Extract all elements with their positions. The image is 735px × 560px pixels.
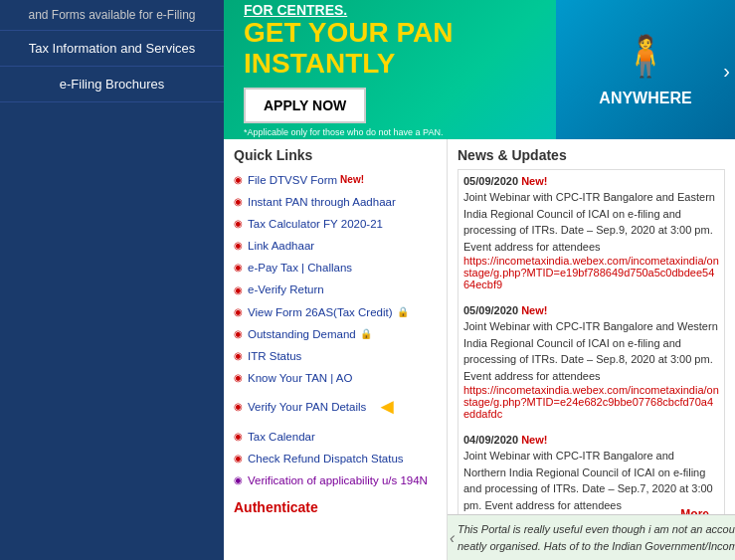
testimonial-prev-arrow[interactable]: ‹	[450, 526, 455, 550]
ql-label: Verify Your PAN Details	[248, 399, 366, 415]
ql-item-instant-pan[interactable]: ◉ Instant PAN through Aadhaar	[234, 191, 437, 213]
sidebar-item-forms[interactable]: and Forms available for e-Filing	[0, 0, 224, 31]
ql-label: Link Aadhaar	[248, 238, 314, 254]
lock-icon: 🔒	[397, 305, 409, 319]
ql-item-itr-status[interactable]: ◉ ITR Status	[234, 345, 437, 367]
banner-next-arrow[interactable]: ›	[723, 60, 730, 83]
news-new-1: New!	[521, 175, 547, 187]
news-body-2: Joint Webinar with CPC-ITR Bangalore and…	[463, 318, 719, 384]
quick-links-panel: Quick Links ◉ File DTVSV Form New! ◉ Ins…	[224, 139, 448, 560]
ql-bullet: ◉	[234, 283, 243, 297]
news-item-2: 05/09/2020 New! Joint Webinar with CPC-I…	[463, 304, 719, 420]
news-link-2[interactable]: https://incometaxindia.webex.com/incomet…	[463, 384, 719, 420]
news-scroll-area[interactable]: 05/09/2020 New! Joint Webinar with CPC-I…	[458, 169, 725, 527]
ql-label: File DTVSV Form	[248, 172, 337, 188]
ql-item-epay[interactable]: ◉ e-Pay Tax | Challans	[234, 257, 437, 279]
ql-label: e-Verify Return	[248, 281, 324, 297]
ql-bullet: ◉	[234, 173, 243, 187]
ql-label: Tax Calendar	[248, 429, 315, 445]
ql-bullet: ◉	[234, 305, 243, 319]
testimonial-bar: ‹ This Portal is really useful even thou…	[448, 514, 735, 560]
ql-label: Know Your TAN | AO	[248, 370, 352, 386]
lock-icon: 🔒	[360, 327, 372, 341]
sidebar-item-tax-info[interactable]: Tax Information and Services	[0, 31, 224, 67]
ql-item-194n[interactable]: ◉ Verification of applicability u/s 194N	[234, 469, 437, 491]
banner-text: FOR CENTRES. GET YOUR PAN INSTANTLY APPL…	[244, 2, 454, 138]
news-section: News & Updates 05/09/2020 New! Joint Web…	[448, 139, 735, 560]
banner-right: 🧍 ANYWHERE	[556, 0, 735, 139]
news-item-1: 05/09/2020 New! Joint Webinar with CPC-I…	[463, 175, 719, 290]
ql-label: Verification of applicability u/s 194N	[248, 472, 428, 488]
yellow-arrow-icon: ◄	[376, 392, 398, 423]
ql-item-refund[interactable]: ◉ Check Refund Dispatch Status	[234, 448, 437, 469]
ql-item-tax-calc[interactable]: ◉ Tax Calculator FY 2020-21	[234, 213, 437, 235]
content-area: Quick Links ◉ File DTVSV Form New! ◉ Ins…	[224, 139, 735, 560]
testimonial-text: This Portal is really useful even though…	[458, 523, 735, 552]
ql-bullet: ◉	[234, 217, 243, 231]
sidebar-item-brochures[interactable]: e-Filing Brochures	[0, 67, 224, 102]
new-badge: New!	[340, 173, 364, 187]
news-body-1: Joint Webinar with CPC-ITR Bangalore and…	[463, 189, 719, 255]
ql-bullet: ◉	[234, 239, 243, 253]
news-title: News & Updates	[458, 147, 725, 163]
ql-item-verify-pan[interactable]: ◉ Verify Your PAN Details ◄	[234, 389, 437, 426]
ql-item-form26as[interactable]: ◉ View Form 26AS(Tax Credit) 🔒	[234, 301, 437, 323]
ql-item-tax-calendar[interactable]: ◉ Tax Calendar	[234, 426, 437, 448]
apply-now-button[interactable]: APPLY NOW	[244, 88, 366, 123]
banner-for-centres: FOR CENTRES.	[244, 2, 454, 18]
ql-bullet: ◉	[234, 327, 243, 341]
ql-item-dtvsv[interactable]: ◉ File DTVSV Form New!	[234, 169, 437, 191]
ql-item-link-aadhaar[interactable]: ◉ Link Aadhaar	[234, 235, 437, 257]
ql-label: Check Refund Dispatch Status	[248, 451, 404, 467]
main-area: FOR CENTRES. GET YOUR PAN INSTANTLY APPL…	[224, 0, 735, 560]
ql-label: View Form 26AS(Tax Credit)	[248, 304, 393, 320]
news-link-1[interactable]: https://incometaxindia.webex.com/incomet…	[463, 255, 719, 290]
banner-instantly: INSTANTLY	[244, 48, 454, 80]
ql-item-know-tan[interactable]: ◉ Know Your TAN | AO	[234, 367, 437, 389]
sidebar: and Forms available for e-Filing Tax Inf…	[0, 0, 224, 560]
news-date-1: 05/09/2020	[463, 175, 518, 187]
authenticate-title[interactable]: Authenticate	[234, 499, 437, 515]
ql-bullet: ◉	[234, 261, 243, 275]
ql-label: Instant PAN through Aadhaar	[248, 194, 396, 210]
ql-label: Outstanding Demand	[248, 326, 356, 342]
ql-bullet: ◉	[234, 195, 243, 209]
ql-bullet: ◉	[234, 473, 243, 487]
ql-bullet: ◉	[234, 371, 243, 385]
news-new-3: New!	[521, 434, 547, 446]
ql-label: Tax Calculator FY 2020-21	[248, 216, 383, 232]
ql-label: e-Pay Tax | Challans	[248, 260, 352, 276]
news-date-3: 04/09/2020	[463, 434, 518, 446]
banner-get-pan: GET YOUR PAN	[244, 18, 454, 49]
news-date-2: 05/09/2020	[463, 304, 518, 316]
news-new-2: New!	[521, 304, 547, 316]
news-body-3: Joint Webinar with CPC-ITR Bangalore and…	[463, 448, 719, 513]
banner-note: *Applicable only for those who do not ha…	[244, 127, 454, 137]
ql-bullet: ◉	[234, 430, 243, 444]
ql-item-outstanding[interactable]: ◉ Outstanding Demand 🔒	[234, 323, 437, 345]
ql-bullet: ◉	[234, 452, 243, 466]
ql-label: ITR Status	[248, 348, 301, 364]
banner-figure-icon: 🧍	[621, 33, 670, 80]
ql-bullet: ◉	[234, 400, 243, 414]
banner: FOR CENTRES. GET YOUR PAN INSTANTLY APPL…	[224, 0, 735, 139]
quick-links-title: Quick Links	[234, 147, 437, 163]
ql-item-everify[interactable]: ◉ e-Verify Return	[234, 279, 437, 300]
ql-bullet: ◉	[234, 349, 243, 363]
banner-anywhere: ANYWHERE	[599, 90, 691, 107]
